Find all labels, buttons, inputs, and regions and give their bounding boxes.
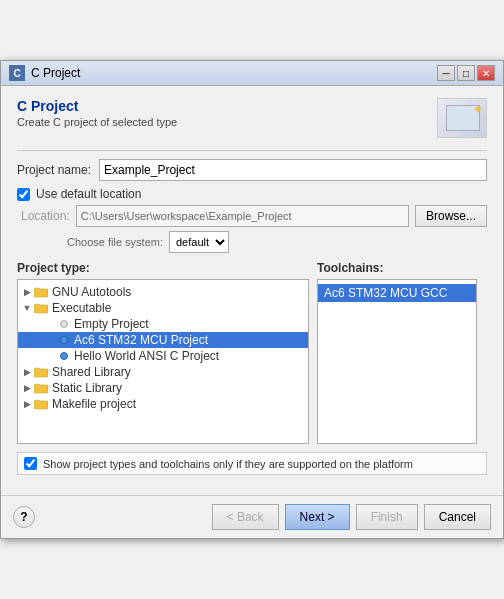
back-button[interactable]: < Back (212, 504, 279, 530)
folder-icon-executable (34, 302, 50, 314)
toggle-makefile: ▶ (22, 399, 32, 409)
toolchains-section: Toolchains: Ac6 STM32 MCU GCC (317, 261, 487, 444)
title-controls: ─ □ ✕ (437, 65, 495, 81)
title-bar: C C Project ─ □ ✕ (1, 61, 503, 86)
filesystem-label: Choose file system: (67, 236, 163, 248)
main-content: C Project Create C project of selected t… (1, 86, 503, 495)
minimize-button[interactable]: ─ (437, 65, 455, 81)
tree-item-shared-library[interactable]: ▶ Shared Library (18, 364, 308, 380)
header-text: C Project Create C project of selected t… (17, 98, 177, 128)
tree-item-makefile[interactable]: ▶ Makefile project (18, 396, 308, 412)
project-type-tree[interactable]: ▶ GNU Autotools ▼ (17, 279, 309, 444)
default-location-checkbox[interactable] (17, 188, 30, 201)
toggle-static-library: ▶ (22, 383, 32, 393)
filesystem-select[interactable]: default (169, 231, 229, 253)
makefile-label: Makefile project (52, 397, 136, 411)
gnu-autotools-label: GNU Autotools (52, 285, 131, 299)
footer-left: ? (13, 506, 35, 528)
finish-button[interactable]: Finish (356, 504, 418, 530)
toolchain-ac6-gcc-label: Ac6 STM32 MCU GCC (324, 286, 447, 300)
toolchain-panel[interactable]: Ac6 STM32 MCU GCC (317, 279, 477, 444)
project-name-label: Project name: (17, 163, 91, 177)
executable-label: Executable (52, 301, 111, 315)
toggle-shared-library: ▶ (22, 367, 32, 377)
toggle-executable: ▼ (22, 303, 32, 313)
location-label: Location: (21, 209, 70, 223)
folder-icon-gnu-autotools (34, 286, 50, 298)
header-section: C Project Create C project of selected t… (17, 98, 487, 138)
cancel-button[interactable]: Cancel (424, 504, 491, 530)
next-button[interactable]: Next > (285, 504, 350, 530)
project-type-section: Project type: ▶ GNU Autotools (17, 261, 309, 444)
bullet-ac6-stm32 (60, 336, 68, 344)
platform-filter-label: Show project types and toolchains only i… (43, 458, 413, 470)
star-icon: ✦ (472, 101, 484, 117)
tree-item-ac6-stm32[interactable]: Ac6 STM32 MCU Project (18, 332, 308, 348)
toggle-gnu-autotools: ▶ (22, 287, 32, 297)
folder-icon-static-library (34, 382, 50, 394)
page-title: C Project (17, 98, 177, 114)
shared-library-label: Shared Library (52, 365, 131, 379)
tree-item-executable[interactable]: ▼ Executable (18, 300, 308, 316)
bottom-checkbox-row: Show project types and toolchains only i… (17, 452, 487, 475)
platform-filter-checkbox[interactable] (24, 457, 37, 470)
default-location-label: Use default location (36, 187, 141, 201)
bullet-empty-project (60, 320, 68, 328)
tree-item-gnu-autotools[interactable]: ▶ GNU Autotools (18, 284, 308, 300)
location-input[interactable] (76, 205, 409, 227)
default-location-row: Use default location (17, 187, 487, 201)
folder-icon-makefile (34, 398, 50, 410)
project-name-row: Project name: (17, 159, 487, 181)
static-library-label: Static Library (52, 381, 122, 395)
window-title: C Project (31, 66, 80, 80)
window: C C Project ─ □ ✕ C Project Create C pro… (0, 60, 504, 539)
browse-button[interactable]: Browse... (415, 205, 487, 227)
toolchains-label: Toolchains: (317, 261, 487, 275)
hello-world-label: Hello World ANSI C Project (74, 349, 219, 363)
header-icon: ✦ (437, 98, 487, 138)
title-bar-left: C C Project (9, 65, 80, 81)
ac6-stm32-label: Ac6 STM32 MCU Project (74, 333, 208, 347)
folder-icon-shared-library (34, 366, 50, 378)
close-button[interactable]: ✕ (477, 65, 495, 81)
header-separator (17, 150, 487, 151)
footer: ? < Back Next > Finish Cancel (1, 495, 503, 538)
toolchain-item-ac6-gcc[interactable]: Ac6 STM32 MCU GCC (318, 284, 476, 302)
location-row: Location: Browse... (17, 205, 487, 227)
footer-right: < Back Next > Finish Cancel (212, 504, 491, 530)
tree-item-empty-project[interactable]: Empty Project (18, 316, 308, 332)
filesystem-row: Choose file system: default (17, 231, 487, 253)
tree-item-static-library[interactable]: ▶ Static Library (18, 380, 308, 396)
empty-project-label: Empty Project (74, 317, 149, 331)
page-subtitle: Create C project of selected type (17, 116, 177, 128)
maximize-button[interactable]: □ (457, 65, 475, 81)
panels-row: Project type: ▶ GNU Autotools (17, 261, 487, 444)
help-button[interactable]: ? (13, 506, 35, 528)
window-icon: C (9, 65, 25, 81)
project-name-input[interactable] (99, 159, 487, 181)
project-type-label: Project type: (17, 261, 309, 275)
bullet-hello-world (60, 352, 68, 360)
tree-item-hello-world[interactable]: Hello World ANSI C Project (18, 348, 308, 364)
